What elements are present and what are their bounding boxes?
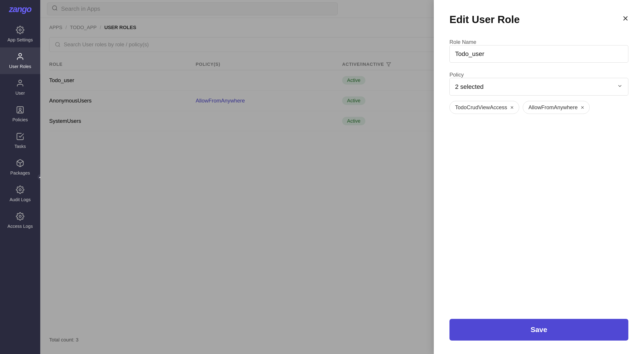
sidebar-item-policies[interactable]: Policies	[0, 101, 40, 127]
sidebar-item-packages[interactable]: Packages	[0, 154, 40, 181]
svg-rect-3	[17, 107, 24, 113]
access-logs-icon	[16, 212, 24, 222]
user-roles-icon	[16, 52, 24, 62]
svg-point-6	[19, 189, 21, 191]
sidebar: zango App Settings User Roles User	[0, 0, 40, 354]
sidebar-item-user-label: User	[16, 91, 25, 96]
audit-logs-icon	[16, 185, 24, 195]
policies-icon	[16, 106, 24, 116]
save-button[interactable]: Save	[450, 319, 628, 340]
sidebar-item-user-roles[interactable]: User Roles	[0, 48, 40, 74]
role-name-label: Role Name	[450, 39, 476, 45]
tag-remove-button[interactable]: ×	[581, 105, 584, 110]
tag-remove-button[interactable]: ×	[510, 105, 514, 110]
sidebar-item-access-logs-label: Access Logs	[8, 224, 33, 229]
svg-point-0	[19, 29, 21, 31]
tag-label: TodoCrudViewAccess	[455, 104, 507, 111]
chevron-down-icon	[617, 83, 623, 90]
sidebar-item-audit-logs[interactable]: Audit Logs	[0, 181, 40, 207]
edit-user-role-panel: Edit User Role × Role Name Policy 2 sele…	[434, 0, 644, 354]
role-name-input[interactable]	[450, 45, 628, 63]
policy-label: Policy	[450, 72, 464, 78]
policy-selected-text: 2 selected	[455, 83, 484, 90]
panel-header: Edit User Role ×	[450, 14, 628, 26]
user-icon	[16, 79, 24, 89]
panel-title: Edit User Role	[450, 14, 520, 26]
svg-point-4	[19, 108, 21, 110]
packages-icon	[16, 159, 24, 169]
sidebar-item-app-settings[interactable]: App Settings	[0, 21, 40, 48]
sidebar-item-tasks-label: Tasks	[14, 144, 26, 149]
tags-row: TodoCrudViewAccess × AllowFromAnywhere ×	[450, 101, 628, 114]
policy-select[interactable]: 2 selected	[450, 78, 628, 96]
tasks-icon	[16, 132, 24, 142]
main-area: Search in Apps Apps APPS / TODO_APP / US…	[40, 0, 644, 354]
tag-label: AllowFromAnywhere	[528, 104, 578, 111]
tag-item: TodoCrudViewAccess ×	[450, 101, 519, 114]
app-settings-icon	[16, 26, 24, 36]
close-button[interactable]: ×	[622, 14, 628, 23]
sidebar-item-policies-label: Policies	[12, 117, 28, 122]
sidebar-item-app-settings-label: App Settings	[8, 37, 33, 43]
sidebar-item-tasks[interactable]: Tasks	[0, 127, 40, 154]
panel-footer: Save	[450, 310, 628, 340]
svg-point-7	[19, 215, 21, 217]
sidebar-item-access-logs[interactable]: Access Logs	[0, 207, 40, 234]
svg-point-1	[19, 54, 22, 56]
sidebar-item-audit-logs-label: Audit Logs	[10, 197, 31, 202]
sidebar-item-packages-label: Packages	[10, 171, 30, 176]
sidebar-item-user[interactable]: User	[0, 74, 40, 101]
tag-item: AllowFromAnywhere ×	[523, 101, 590, 114]
svg-point-2	[19, 80, 22, 83]
role-name-field-group: Role Name	[450, 39, 628, 63]
sidebar-item-user-roles-label: User Roles	[9, 64, 31, 69]
logo: zango	[9, 5, 31, 14]
policy-field-group: Policy 2 selected TodoCrudViewAccess × A…	[450, 72, 628, 114]
